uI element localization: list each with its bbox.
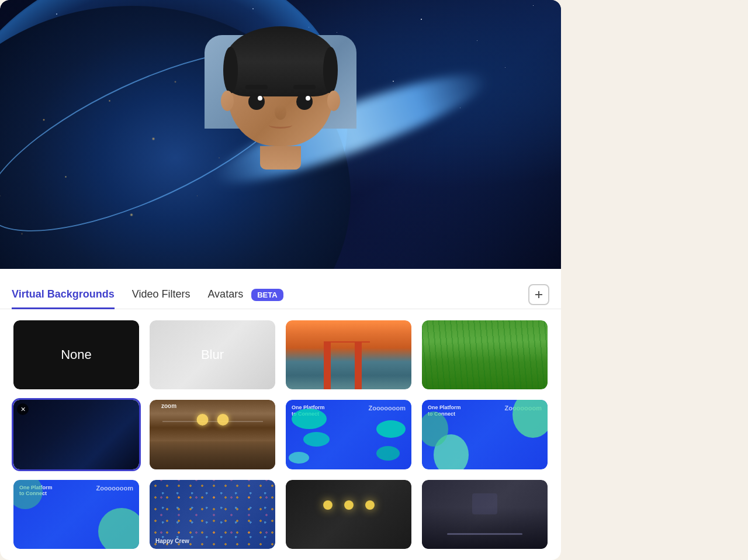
- svg-rect-1: [535, 294, 542, 295]
- backgrounds-grid: None Blur ✕: [0, 309, 561, 560]
- background-golden-gate[interactable]: [284, 319, 413, 391]
- background-zoom-green-preview: One Platformto Connect Zooooooom: [422, 400, 548, 469]
- avatar-ear-right: [327, 91, 340, 111]
- avatar-container: [164, 23, 397, 269]
- pendant-light-1: [196, 414, 208, 426]
- add-background-button[interactable]: [528, 284, 549, 305]
- background-blur[interactable]: Blur: [148, 319, 277, 391]
- avatar-head: [222, 35, 339, 164]
- blob-2: [303, 432, 330, 447]
- blob-4: [289, 452, 309, 464]
- blur-label: Blur: [201, 347, 224, 362]
- bridge-tower-right: [355, 343, 362, 389]
- background-blur-preview: Blur: [150, 320, 275, 389]
- avatar-eyebrow-left: [245, 85, 268, 89]
- avatar-mouth: [269, 122, 292, 129]
- background-zoom-blue-preview: One Platformto Connect Zooooooom: [286, 400, 411, 469]
- background-zoom-platform-1-preview: One Platformto Connect Zooooooom: [13, 480, 139, 549]
- background-golden-gate-preview: [286, 320, 411, 389]
- background-grass-preview: [422, 320, 548, 389]
- blob-5: [376, 446, 400, 461]
- avatar-neck: [260, 146, 301, 170]
- avatar-eyebrow-right: [293, 85, 316, 89]
- background-happy-crew-preview: Happy Crew: [150, 480, 275, 549]
- green-blob-1: [512, 400, 548, 438]
- avatar-hair-side-left: [223, 47, 238, 94]
- background-office-preview: zoom: [150, 400, 275, 469]
- avatar-figure: [187, 35, 374, 269]
- plus-icon: [534, 290, 543, 299]
- background-none[interactable]: None: [12, 319, 141, 391]
- background-none-preview: None: [13, 320, 139, 389]
- background-dark-room-preview: [286, 480, 411, 549]
- bridge-tower-left: [324, 343, 331, 389]
- zoom-logo-text-1: Zooooooom: [368, 405, 406, 412]
- avatar-hair: [225, 26, 336, 96]
- beta-badge: BETA: [251, 289, 283, 301]
- background-space[interactable]: ✕: [12, 398, 141, 471]
- background-dark-room[interactable]: [284, 478, 413, 551]
- background-zoom-platform-1[interactable]: One Platformto Connect Zooooooom: [12, 478, 141, 551]
- bridge-cable: [324, 341, 370, 343]
- zoom-logo-text-3: Zooooooom: [96, 485, 133, 492]
- avatar-eye-right: [296, 94, 313, 110]
- pendant-light-2: [217, 414, 228, 426]
- preview-area: [0, 0, 561, 269]
- avatar-hair-side-right: [323, 47, 338, 94]
- tabs-nav: Virtual Backgrounds Video Filters Avatar…: [12, 281, 283, 309]
- background-happy-crew[interactable]: Happy Crew: [148, 478, 277, 551]
- tab-avatars[interactable]: Avatars: [207, 281, 243, 309]
- background-zoom-green[interactable]: One Platformto Connect Zooooooom: [420, 398, 549, 471]
- blob-1: [292, 409, 327, 429]
- avatar-skull: [228, 35, 333, 146]
- background-car[interactable]: [420, 478, 549, 551]
- background-office[interactable]: zoom: [148, 398, 277, 471]
- background-space-preview: [13, 400, 139, 469]
- tabs-section: Virtual Backgrounds Video Filters Avatar…: [0, 269, 561, 309]
- none-label: None: [61, 347, 92, 362]
- background-car-preview: [422, 480, 548, 549]
- room-lights: [196, 414, 228, 426]
- avatar-ear-left: [221, 91, 234, 111]
- grass-blades: [422, 320, 548, 389]
- avatar-nose: [275, 105, 286, 120]
- tab-video-filters[interactable]: Video Filters: [132, 281, 191, 309]
- background-zoom-blue[interactable]: One Platformto Connect Zooooooom: [284, 398, 413, 471]
- avatar-eye-left: [248, 94, 265, 110]
- avatars-tab-wrapper: Avatars BETA: [207, 281, 283, 309]
- background-grass[interactable]: [420, 319, 549, 391]
- right-panel: [561, 0, 748, 560]
- tab-virtual-backgrounds[interactable]: Virtual Backgrounds: [12, 281, 115, 309]
- happy-crew-label: Happy Crew: [155, 538, 189, 544]
- blob-3: [376, 420, 406, 438]
